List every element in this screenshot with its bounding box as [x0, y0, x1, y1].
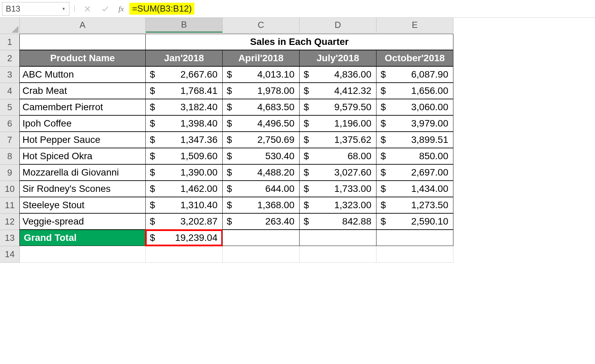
cell-A1[interactable] [19, 34, 146, 50]
cell-money[interactable]: $1,978.00 [222, 83, 300, 99]
cell-empty[interactable] [20, 246, 146, 263]
row-header-3[interactable]: 3 [0, 67, 20, 83]
header-q3[interactable]: July'2018 [299, 50, 376, 66]
cell-money[interactable]: $4,683.50 [222, 99, 300, 115]
cell-money[interactable]: $1,347.36 [145, 132, 223, 148]
cell-money[interactable]: $1,196.00 [299, 115, 376, 132]
col-header-A[interactable]: A [20, 18, 146, 33]
col-header-B[interactable]: B [146, 18, 223, 33]
cell-money[interactable]: $3,899.51 [376, 132, 453, 148]
cell-money[interactable]: $1,462.00 [145, 181, 223, 197]
cell-money[interactable]: $263.40 [222, 213, 300, 230]
row-header-2[interactable]: 2 [0, 50, 20, 67]
cell-money[interactable]: $3,027.60 [299, 164, 376, 181]
header-q1[interactable]: Jan'2018 [145, 50, 223, 66]
row-header-4[interactable]: 4 [0, 83, 20, 99]
grand-total-label[interactable]: Grand Total [19, 230, 146, 246]
row-header-14[interactable]: 14 [0, 246, 20, 263]
currency-symbol: $ [227, 167, 232, 178]
row-header-12[interactable]: 12 [0, 214, 20, 230]
currency-symbol: $ [150, 200, 155, 211]
name-box-dropdown-icon[interactable]: ▼ [62, 6, 66, 11]
row-header-5[interactable]: 5 [0, 99, 20, 116]
currency-symbol: $ [304, 134, 309, 145]
cell-money[interactable]: $1,310.40 [145, 197, 223, 213]
row-header-8[interactable]: 8 [0, 148, 20, 165]
formula-input[interactable]: =SUM(B3:B12) [129, 3, 195, 15]
grand-total-cell[interactable]: $19,239.04 [145, 230, 223, 246]
cell-empty[interactable] [299, 230, 376, 246]
money-value: 2,697.00 [411, 167, 448, 178]
cell-empty[interactable] [146, 246, 223, 263]
header-q2[interactable]: April'2018 [222, 50, 300, 66]
currency-symbol: $ [227, 151, 232, 162]
col-header-D[interactable]: D [300, 18, 376, 33]
cell-money[interactable]: $644.00 [222, 181, 300, 197]
row-header-1[interactable]: 1 [0, 34, 20, 50]
row-header-13[interactable]: 13 [0, 230, 20, 246]
cell-empty[interactable] [376, 246, 453, 263]
money-value: 1,368.00 [257, 200, 294, 211]
currency-symbol: $ [304, 69, 309, 80]
cell-money[interactable]: $1,273.50 [376, 197, 453, 213]
cell-product[interactable]: Crab Meat [19, 83, 146, 99]
cell-product[interactable]: Camembert Pierrot [19, 99, 146, 115]
cell-money[interactable]: $1,375.62 [299, 132, 376, 148]
cell-money[interactable]: $4,496.50 [222, 115, 300, 132]
cell-money[interactable]: $1,323.00 [299, 197, 376, 213]
cell-money[interactable]: $3,060.00 [376, 99, 453, 115]
cell-money[interactable]: $9,579.50 [299, 99, 376, 115]
cell-money[interactable]: $4,412.32 [299, 83, 376, 99]
row-header-9[interactable]: 9 [0, 165, 20, 181]
fx-icon[interactable]: fx [115, 4, 127, 13]
cell-money[interactable]: $4,013.10 [222, 66, 300, 83]
cell-product[interactable]: Mozzarella di Giovanni [19, 164, 146, 181]
row-header-11[interactable]: 11 [0, 197, 20, 214]
col-header-C[interactable]: C [223, 18, 300, 33]
cell-money[interactable]: $530.40 [222, 148, 300, 164]
header-product[interactable]: Product Name [19, 50, 146, 66]
cell-money[interactable]: $1,733.00 [299, 181, 376, 197]
row-header-7[interactable]: 7 [0, 132, 20, 148]
cell-money[interactable]: $842.88 [299, 213, 376, 230]
cell-money[interactable]: $1,434.00 [376, 181, 453, 197]
currency-symbol: $ [304, 216, 309, 227]
spreadsheet-grid[interactable]: A B C D E 1 Sales in Each Quarter 2 Prod… [0, 18, 595, 263]
col-header-E[interactable]: E [376, 18, 453, 33]
cell-money[interactable]: $2,590.10 [376, 213, 453, 230]
cell-money[interactable]: $1,509.60 [145, 148, 223, 164]
cell-product[interactable]: Steeleye Stout [19, 197, 146, 213]
cell-product[interactable]: Sir Rodney's Scones [19, 181, 146, 197]
select-all-corner[interactable] [0, 18, 20, 34]
row-header-10[interactable]: 10 [0, 181, 20, 197]
cell-product[interactable]: Hot Spiced Okra [19, 148, 146, 164]
cell-money[interactable]: $3,979.00 [376, 115, 453, 132]
cell-money[interactable]: $2,667.60 [145, 66, 223, 83]
cell-product[interactable]: Veggie-spread [19, 213, 146, 230]
header-q4[interactable]: October'2018 [376, 50, 453, 66]
cell-money[interactable]: $1,398.40 [145, 115, 223, 132]
cell-product[interactable]: Hot Pepper Sauce [19, 132, 146, 148]
cell-money[interactable]: $6,087.90 [376, 66, 453, 83]
cell-product[interactable]: Ipoh Coffee [19, 115, 146, 132]
cell-money[interactable]: $1,390.00 [145, 164, 223, 181]
cell-empty[interactable] [376, 230, 453, 246]
name-box[interactable]: B13 ▼ [2, 2, 69, 16]
cell-empty[interactable] [222, 230, 300, 246]
cell-money[interactable]: $2,697.00 [376, 164, 453, 181]
cell-money[interactable]: $1,768.41 [145, 83, 223, 99]
cell-money[interactable]: $4,836.00 [299, 66, 376, 83]
cell-product[interactable]: ABC Mutton [19, 66, 146, 83]
cell-money[interactable]: $3,182.40 [145, 99, 223, 115]
row-header-6[interactable]: 6 [0, 116, 20, 132]
cell-money[interactable]: $68.00 [299, 148, 376, 164]
cell-money[interactable]: $4,488.20 [222, 164, 300, 181]
merged-title[interactable]: Sales in Each Quarter [145, 34, 453, 50]
cell-money[interactable]: $1,368.00 [222, 197, 300, 213]
cell-money[interactable]: $3,202.87 [145, 213, 223, 230]
cell-money[interactable]: $2,750.69 [222, 132, 300, 148]
cell-money[interactable]: $850.00 [376, 148, 453, 164]
cell-empty[interactable] [300, 246, 376, 263]
cell-empty[interactable] [223, 246, 300, 263]
cell-money[interactable]: $1,656.00 [376, 83, 453, 99]
